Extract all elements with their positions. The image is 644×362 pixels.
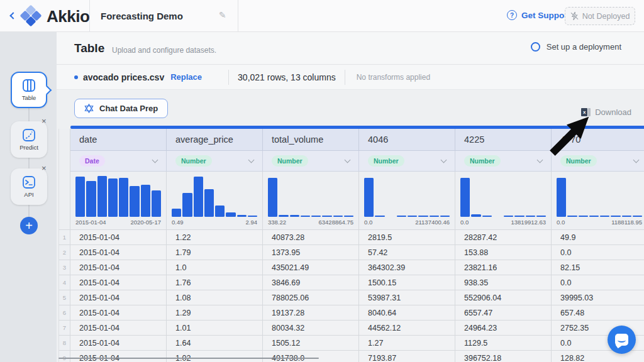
not-deployed-button[interactable]: Not Deployed	[565, 7, 635, 25]
sidebar-item-table[interactable]: Table	[11, 72, 47, 108]
type-badge[interactable]: Number	[464, 155, 501, 167]
table-row[interactable]: 2015-01-041.791373.9557.42153.880.0	[70, 245, 644, 260]
table-cell[interactable]: 49.9	[552, 230, 644, 245]
table-row[interactable]: 2015-01-041.0435021.49364302.3923821.168…	[70, 260, 644, 275]
column-type-selector[interactable]: Number	[359, 151, 455, 172]
table-cell[interactable]: 23821.16	[455, 260, 552, 275]
table-cell[interactable]: 364302.39	[359, 260, 455, 275]
table-cell[interactable]: 0.0	[552, 245, 644, 260]
table-cell[interactable]: 57.42	[359, 245, 455, 260]
table-cell[interactable]: 491738.0	[263, 351, 359, 362]
table-cell[interactable]: 19137.28	[263, 305, 359, 321]
data-table: dateaverage_pricetotal_volume40464225477…	[58, 126, 644, 362]
table-cell[interactable]: 552906.04	[455, 290, 552, 305]
table-row[interactable]: 2015-01-041.02491738.07193.87396752.1812…	[70, 351, 644, 362]
table-cell[interactable]: 8040.64	[359, 305, 455, 321]
table-cell[interactable]: 80034.32	[263, 321, 359, 336]
chat-widget-button[interactable]	[608, 326, 636, 354]
close-api-button[interactable]: ×	[42, 164, 47, 172]
column-type-selector[interactable]: Date	[70, 151, 167, 172]
table-cell[interactable]: 53987.31	[359, 290, 455, 305]
chat-bubble-icon	[615, 334, 628, 346]
table-cell[interactable]: 2015-01-04	[70, 336, 167, 351]
sidebar-item-api[interactable]: API	[11, 168, 47, 205]
table-cell[interactable]: 938.35	[455, 275, 552, 290]
table-cell[interactable]: 1.08	[167, 290, 263, 305]
setup-deployment-button[interactable]: Set up a deployment	[531, 42, 621, 52]
table-cell[interactable]: 3846.69	[263, 275, 359, 290]
table-cell[interactable]: 39995.03	[552, 290, 644, 305]
table-cell[interactable]: 1.02	[167, 351, 263, 362]
bottom-scroll-line[interactable]	[58, 358, 319, 359]
table-cell[interactable]: 435021.49	[263, 260, 359, 275]
type-badge[interactable]: Number	[368, 155, 404, 167]
table-cell[interactable]: 153.88	[455, 245, 552, 260]
table-cell[interactable]: 2015-01-04	[70, 245, 167, 260]
table-cell[interactable]: 1.0	[167, 260, 263, 275]
add-step-button[interactable]: +	[20, 217, 38, 234]
table-cell[interactable]: 396752.18	[455, 351, 552, 362]
table-cell[interactable]: 24964.23	[455, 321, 552, 336]
column-header-total_volume[interactable]: total_volume	[263, 129, 359, 151]
table-row[interactable]: 2015-01-041.641505.121.271129.50.0	[70, 336, 644, 351]
chat-data-prep-button[interactable]: Chat Data Prep	[74, 99, 168, 118]
column-header-4046[interactable]: 4046	[359, 129, 455, 151]
table-cell[interactable]: 28287.42	[455, 230, 552, 245]
akkio-logo[interactable]: Akkio	[20, 4, 89, 29]
sidebar-item-predict[interactable]: Predict	[11, 121, 47, 158]
table-cell[interactable]: 6557.47	[455, 305, 552, 321]
table-cell[interactable]: 1.01	[167, 321, 263, 336]
type-badge[interactable]: Number	[560, 155, 597, 167]
histogram-4770: 0.01188118.95	[552, 172, 644, 230]
table-cell[interactable]: 7193.87	[359, 351, 455, 362]
histogram-min-label: 0.49	[172, 219, 184, 226]
table-cell[interactable]: 2819.5	[359, 230, 455, 245]
selected-card-pointer	[42, 85, 52, 96]
table-cell[interactable]: 2015-01-04	[70, 305, 167, 321]
table-cell[interactable]: 82.15	[552, 260, 644, 275]
table-cell[interactable]: 1129.5	[455, 336, 552, 351]
column-header-date[interactable]: date	[70, 129, 167, 151]
type-badge[interactable]: Date	[79, 155, 105, 167]
table-row[interactable]: 2015-01-041.763846.691500.15938.350.0	[70, 275, 644, 290]
table-cell[interactable]: 2015-01-04	[70, 230, 167, 245]
column-header-4225[interactable]: 4225	[455, 129, 552, 151]
table-cell[interactable]: 1.76	[167, 275, 263, 290]
table-cell[interactable]: 40873.28	[263, 230, 359, 245]
table-cell[interactable]: 1.29	[167, 305, 263, 321]
column-header-average_price[interactable]: average_price	[167, 129, 263, 151]
edit-title-icon[interactable]: ✎	[219, 10, 226, 20]
table-cell[interactable]: 1500.15	[359, 275, 455, 290]
close-predict-button[interactable]: ×	[42, 117, 47, 125]
table-row[interactable]: 2015-01-041.08788025.0653987.31552906.04…	[70, 290, 644, 305]
histogram-date: 2015-01-042020-05-17	[70, 172, 167, 230]
histogram-bar	[237, 215, 247, 217]
table-cell[interactable]: 44562.12	[359, 321, 455, 336]
table-row[interactable]: 2015-01-041.2919137.288040.646557.47657.…	[70, 305, 644, 321]
table-row[interactable]: 2015-01-041.0180034.3244562.1224964.2327…	[70, 321, 644, 336]
table-cell[interactable]: 1.64	[167, 336, 263, 351]
table-cell[interactable]: 788025.06	[263, 290, 359, 305]
table-cell[interactable]: 1.22	[167, 230, 263, 245]
table-cell[interactable]: 1.79	[167, 245, 263, 260]
table-cell[interactable]: 1373.95	[263, 245, 359, 260]
table-cell[interactable]: 0.0	[552, 275, 644, 290]
table-cell[interactable]: 657.48	[552, 305, 644, 321]
back-button[interactable]	[6, 9, 20, 23]
type-badge[interactable]: Number	[175, 155, 212, 167]
table-cell[interactable]: 2015-01-04	[70, 275, 167, 290]
table-cell[interactable]: 2015-01-04	[70, 351, 167, 362]
replace-link[interactable]: Replace	[170, 72, 202, 82]
column-type-selector[interactable]: Number	[263, 151, 359, 172]
table-cell[interactable]: 1.27	[359, 336, 455, 351]
table-cell[interactable]: 2015-01-04	[70, 290, 167, 305]
table-cell[interactable]: 2015-01-04	[70, 321, 167, 336]
type-badge[interactable]: Number	[272, 155, 308, 167]
column-type-selector[interactable]: Number	[167, 151, 263, 172]
table-cell[interactable]: 2015-01-04	[70, 260, 167, 275]
table-cell[interactable]: 128.82	[552, 351, 644, 362]
column-type-selector[interactable]: Number	[455, 151, 552, 172]
table-cell[interactable]: 1505.12	[263, 336, 359, 351]
get-support-link[interactable]: ? Get Support	[507, 10, 570, 20]
table-row[interactable]: 2015-01-041.2240873.282819.528287.4249.9	[70, 230, 644, 245]
